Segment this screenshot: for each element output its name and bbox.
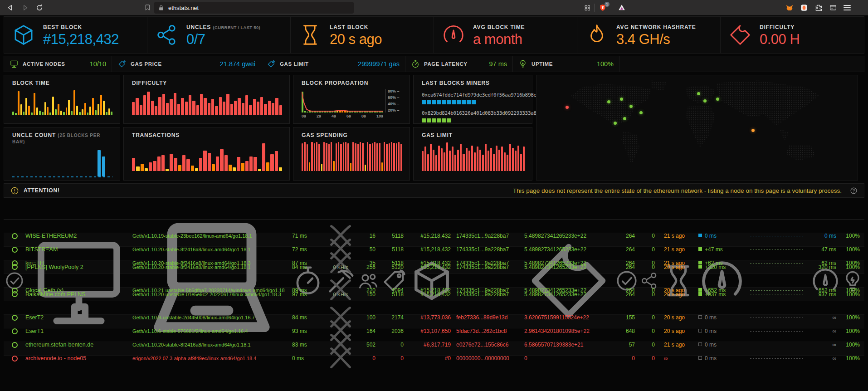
node-latency: 72 ms [291,246,325,253]
node-total-difficulty: 0 [523,355,614,362]
bulb-icon [518,59,527,68]
node-name: EserT2 [25,314,132,321]
diamond-icon [728,23,752,47]
cube-icon [408,298,455,306]
node-propagation-history [746,345,810,345]
node-last-block: 20 s ago [659,291,697,298]
stat-label: GAS LIMIT [280,61,309,67]
brave-shield-icon[interactable]: 1 [599,4,607,12]
forward-icon[interactable] [21,4,29,12]
back-icon[interactable] [6,4,15,12]
ethstats-dashboard: ethstats.net 1 BEST BLOCK #15,218,432UNC… [0,0,868,391]
node-location-dot [639,111,643,114]
node-propagation: 0 ms [697,314,746,321]
node-location-dot [697,92,700,95]
propagation-line [302,89,383,112]
stat-value: 100% [597,60,614,68]
node-peers: 0 [356,355,380,362]
node-status [4,264,25,270]
url-text[interactable]: ethstats.net [168,5,199,11]
node-name: BITSTRΞAM [25,246,132,253]
node-total-difficulty: 5.489827341265233e+22 [523,291,614,298]
wallet-icon[interactable] [829,4,837,12]
chart-title: BLOCK TIME [12,80,112,86]
stat-sublabel: (CURRENT / LAST 50) [213,25,260,30]
node-status [4,356,25,362]
bookmark-icon[interactable] [144,4,151,11]
node-type: Geth/v1.10.20-unstable-01e5e9c2-20220617… [132,292,291,297]
node-status [4,342,25,348]
node-block-hash: e0276e72...155c86c6 [455,342,523,348]
node-total-difficulty: 2.9614342018010985e+22 [523,328,614,334]
stat-label: ACTIVE NODES [23,61,65,67]
propagation-square-icon [698,247,702,251]
nodes-table: WISE-ETHEREUM2Geth/v1.10.19-stable-23bee… [4,201,864,356]
stat-value: a month [473,31,525,48]
node-block-hash: 174335c1...9a228ba7 [455,246,523,253]
propagation-square-icon [698,292,702,296]
reload-icon[interactable] [35,4,44,12]
node-mining: 0 KH/s [325,264,356,270]
hourglass-icon [298,23,322,47]
share-icon [155,23,179,47]
block-time-chart: BLOCK TIME [4,75,120,124]
node-block-hash: 174335c1...9a228ba7 [455,233,523,239]
avg-hashrate-panel: AVG NETWORK HASHRATE 3.4 GH/s [577,17,721,53]
node-uptime: 100% [841,233,864,239]
browser-toolbar: ethstats.net 1 [0,0,868,15]
node-peers: 256 [356,264,380,270]
node-txs: 57 [614,342,639,348]
node-status [4,247,25,253]
propagation-square-icon [698,356,702,360]
propagation-value: +937 ms [705,291,726,298]
node-uncles: 0 [639,355,659,362]
menu-icon[interactable] [844,5,851,10]
node-block: #15,218,432 [408,233,455,239]
active-nodes-panel: ACTIVE NODES10/10 [4,56,112,72]
node-uncles: 0 [639,264,659,270]
node-txs: 648 [614,328,639,334]
status-circle-icon [12,315,18,321]
node-location-dot [629,105,633,108]
node-type: Geth/v1.10.6-stable-576681f2/linux-amd64… [132,328,291,334]
propagation-value: 0 ms [705,233,717,239]
node-peers: 150 [356,291,380,298]
node-peers: 164 [356,328,380,334]
chart-title: GAS SPENDING [302,132,402,138]
node-propagation: +47 ms [697,246,746,253]
profile-icon[interactable] [800,4,808,12]
node-block: #0 [408,355,455,362]
difficulty-bars [132,90,282,115]
propagation-y-axis: 80% –60% –40% –20% – [385,89,402,112]
chart-title: UNCLE COUNT (25 BLOCKS PER BAR) [12,132,112,145]
help-icon[interactable] [850,187,858,195]
propagation-value: 0 ms [705,342,717,348]
node-pending: 0 [380,342,408,348]
node-latency: 84 ms [291,314,325,321]
extensions-icon[interactable] [814,4,823,12]
node-type: erigon/v2022.07.3-alpha-af9f49ec/linux-a… [132,356,291,361]
node-propagation-history [746,263,810,264]
node-txs: 264 [614,291,639,298]
node-propagation: +937 ms [697,291,746,298]
stats-primary-row: BEST BLOCK #15,218,432UNCLES (CURRENT / … [4,16,864,54]
node-uncles: 0 [639,233,659,239]
gas-spending-chart: GAS SPENDING [293,127,410,181]
gas-spending-bars [302,142,402,171]
node-name: ethereum.stefan-benten.de [25,342,132,348]
node-type: Geth/v1.10.20-stable-8f2416a8/linux-amd6… [132,264,291,270]
gas-limit-bars [422,142,525,171]
node-pending: 5120 [380,264,408,270]
uncle-count-bars [12,148,112,177]
url-bar[interactable]: ethstats.net [154,2,354,14]
page-content: BEST BLOCK #15,218,432UNCLES (CURRENT / … [0,15,868,356]
metamask-icon[interactable] [785,4,794,12]
page-latency-panel: PAGE LATENCY97 ms [405,56,513,72]
node-uptime: 100% [841,314,864,321]
gauge-icon [441,23,466,47]
node-type: Geth/v1.10.20-stable-8f2416a8/linux-amd6… [132,247,291,252]
node-avg-propagation: 937 ms [810,291,841,298]
miners-list: 0xea674fdde714fd979de3edf0f56aa9716b898e… [422,90,525,122]
grid-icon[interactable] [584,5,591,11]
brave-rewards-icon[interactable] [618,4,626,12]
